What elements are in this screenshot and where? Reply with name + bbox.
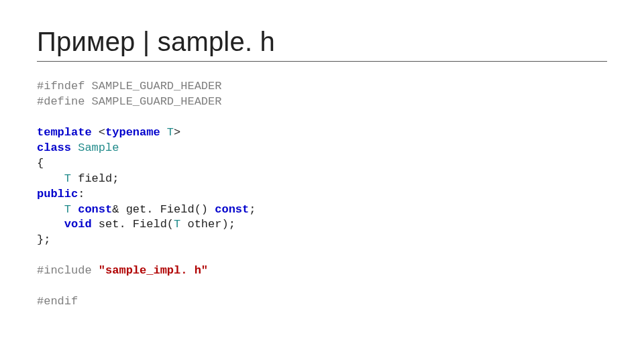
type-token: T xyxy=(64,203,71,216)
preproc-token: #include xyxy=(37,264,92,277)
keyword-token: typename xyxy=(105,126,160,139)
code-line: #include "sample_impl. h" xyxy=(37,264,208,277)
code-line: #define SAMPLE_GUARD_HEADER xyxy=(37,95,221,108)
keyword-token: const xyxy=(215,203,249,216)
code-line: void set. Field(T other); xyxy=(37,218,235,231)
code-line: class Sample xyxy=(37,141,119,154)
keyword-token: template xyxy=(37,126,92,139)
preproc-token: #ifndef xyxy=(37,80,85,93)
type-token: T xyxy=(167,126,174,139)
code-line: public: xyxy=(37,188,85,200)
code-line: #ifndef SAMPLE_GUARD_HEADER xyxy=(37,80,221,93)
code-line: T const& get. Field() const; xyxy=(37,203,256,216)
punct-token: ; xyxy=(249,203,256,216)
keyword-token: const xyxy=(78,203,112,216)
code-line: { xyxy=(37,157,44,170)
code-line: #endif xyxy=(37,295,78,308)
type-token: T xyxy=(64,172,71,185)
code-line: template <typename T> xyxy=(37,126,180,139)
ident-token: & get. Field() xyxy=(112,203,215,216)
preproc-token: #define xyxy=(37,95,85,108)
keyword-token: class xyxy=(37,141,71,154)
macro-name: SAMPLE_GUARD_HEADER xyxy=(85,95,221,108)
string-token: "sample_impl. h" xyxy=(99,264,208,277)
ident-token: other); xyxy=(180,218,235,231)
punct-token: : xyxy=(78,188,85,200)
type-token: T xyxy=(174,218,180,231)
keyword-token: void xyxy=(64,218,92,231)
code-block: #ifndef SAMPLE_GUARD_HEADER #define SAMP… xyxy=(37,79,607,310)
title-rule xyxy=(37,61,607,62)
ident-token: field; xyxy=(71,172,119,185)
slide-title: Пример | sample. h xyxy=(37,27,607,57)
code-line: }; xyxy=(37,233,50,246)
keyword-token: public xyxy=(37,188,78,200)
macro-name: SAMPLE_GUARD_HEADER xyxy=(85,80,221,93)
code-line: T field; xyxy=(37,172,119,185)
punct-token: > xyxy=(174,126,180,139)
ident-token: set. Field( xyxy=(92,218,174,231)
slide: Пример | sample. h #ifndef SAMPLE_GUARD_… xyxy=(0,0,644,362)
classname-token: Sample xyxy=(78,141,119,154)
punct-token: < xyxy=(92,126,105,139)
